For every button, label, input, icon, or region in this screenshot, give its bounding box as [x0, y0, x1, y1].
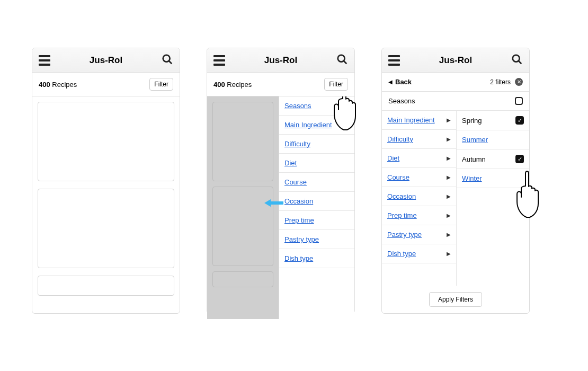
category-item[interactable]: Prep time▶	[382, 206, 456, 225]
checkbox-icon[interactable]	[515, 97, 523, 105]
svg-marker-4	[264, 199, 283, 207]
search-icon[interactable]	[511, 54, 523, 67]
app-header: Jus-Rol	[382, 48, 529, 73]
app-title: Jus-Rol	[439, 55, 472, 66]
svg-line-6	[519, 60, 522, 64]
svg-line-3	[344, 60, 347, 64]
filter-overlay: 400 Recipes Filter Seasons Main Ingredie…	[207, 73, 354, 313]
dimmed-background	[207, 96, 279, 319]
category-item[interactable]: Pastry type	[279, 230, 354, 249]
filter-subheader: ◀ Back 2 filters ✕	[382, 73, 529, 92]
category-item[interactable]: Pastry type▶	[382, 225, 456, 244]
screen-filter-detail: Jus-Rol ◀ Back 2 filters ✕ Seasons Main …	[381, 48, 530, 314]
chevron-right-icon: ▶	[447, 193, 451, 199]
recipe-list	[32, 96, 180, 301]
filter-count-label: 2 filters	[490, 78, 511, 86]
chevron-right-icon: ▶	[447, 251, 451, 257]
filter-button[interactable]: Filter	[324, 78, 348, 91]
option-summer[interactable]: Summer	[457, 130, 529, 149]
svg-point-5	[513, 55, 520, 61]
svg-line-1	[169, 60, 172, 64]
option-winter[interactable]: Winter	[457, 169, 529, 188]
recipe-card[interactable]	[38, 189, 174, 268]
checkbox-checked-icon[interactable]: ✓	[515, 116, 524, 125]
menu-icon[interactable]	[39, 55, 50, 66]
screen-initial: Jus-Rol 400 Recipes Filter	[32, 48, 180, 314]
category-item[interactable]: Difficulty	[279, 135, 354, 154]
app-header: Jus-Rol	[32, 48, 180, 73]
app-title: Jus-Rol	[90, 55, 122, 66]
option-autumn[interactable]: Autumn✓	[457, 149, 529, 169]
screen-filter-panel: Jus-Rol 400 Recipes Filter Seasons Main …	[207, 48, 355, 314]
chevron-right-icon: ▶	[447, 117, 451, 123]
category-column: Main Ingredient▶ Difficulty▶ Diet▶ Cours…	[382, 111, 456, 286]
recipe-count: 400 Recipes	[39, 81, 77, 89]
category-item[interactable]: Main Ingredient▶	[382, 111, 456, 130]
category-panel: Seasons Main Ingredient Difficulty Diet …	[279, 96, 354, 319]
chevron-right-icon: ▶	[447, 174, 451, 180]
options-column: Spring✓ Summer Autumn✓ Winter	[456, 111, 529, 286]
chevron-right-icon: ▶	[447, 232, 451, 237]
category-item[interactable]: Dish type	[279, 249, 354, 268]
checkbox-checked-icon[interactable]: ✓	[515, 155, 524, 163]
category-item[interactable]: Occasion▶	[382, 187, 456, 206]
category-item[interactable]: Diet	[279, 154, 354, 173]
svg-point-0	[163, 55, 170, 61]
recipes-subheader: 400 Recipes Filter	[207, 73, 354, 96]
chevron-right-icon: ▶	[447, 136, 451, 142]
chevron-right-icon: ▶	[447, 155, 451, 161]
recipes-subheader: 400 Recipes Filter	[32, 73, 180, 96]
filter-button[interactable]: Filter	[149, 78, 173, 91]
category-item[interactable]: Prep time	[279, 211, 354, 230]
category-item[interactable]: Occasion	[279, 192, 354, 211]
menu-icon[interactable]	[388, 55, 400, 66]
recipe-count: 400 Recipes	[213, 81, 252, 89]
app-title: Jus-Rol	[264, 55, 297, 66]
back-button[interactable]: ◀ Back	[388, 78, 412, 86]
recipe-card[interactable]	[38, 276, 174, 296]
recipe-card[interactable]	[38, 102, 174, 181]
category-item[interactable]: Diet▶	[382, 149, 456, 168]
app-header: Jus-Rol	[207, 48, 354, 73]
category-item[interactable]: Course▶	[382, 168, 456, 187]
category-item[interactable]: Course	[279, 173, 354, 192]
category-item[interactable]: Seasons	[279, 96, 354, 116]
apply-filters-button[interactable]: Apply Filters	[429, 292, 482, 307]
search-icon[interactable]	[162, 54, 173, 67]
option-spring[interactable]: Spring✓	[457, 111, 529, 130]
category-item[interactable]: Difficulty▶	[382, 130, 456, 149]
caret-left-icon: ◀	[388, 79, 393, 85]
svg-point-2	[338, 55, 345, 61]
category-item[interactable]: Dish type▶	[382, 244, 456, 263]
category-header-seasons[interactable]: Seasons	[382, 92, 529, 111]
category-item[interactable]: Main Ingredient	[279, 116, 354, 135]
clear-filters-icon[interactable]: ✕	[515, 78, 523, 86]
arrow-left-icon	[264, 199, 283, 207]
search-icon[interactable]	[336, 54, 348, 67]
menu-icon[interactable]	[213, 55, 225, 66]
chevron-right-icon: ▶	[447, 213, 451, 218]
